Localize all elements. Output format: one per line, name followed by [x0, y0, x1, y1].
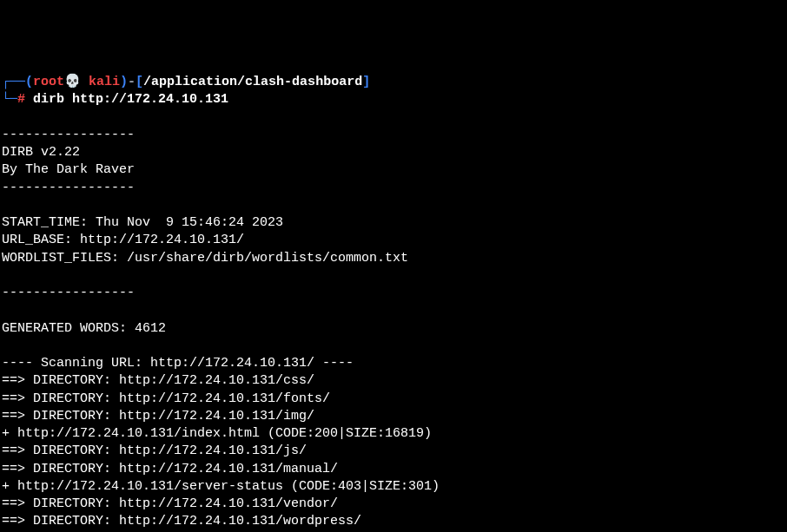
output-wordlist: WORDLIST_FILES: /usr/share/dirb/wordlist… [2, 251, 408, 266]
output-dir-img: ==> DIRECTORY: http://172.24.10.131/img/ [2, 409, 690, 424]
prompt-hash: # [17, 92, 25, 107]
output-url-base: URL_BASE: http://172.24.10.131/ [2, 233, 244, 247]
prompt-path: /application/clash-dashboard [143, 75, 362, 89]
skull-icon: 💀 [64, 75, 81, 89]
terminal-output: ----------------- DIRB v2.22 By The Dark… [2, 128, 690, 529]
prompt-host: kali [81, 75, 120, 89]
output-dir-manual: ==> DIRECTORY: http://172.24.10.131/manu… [2, 462, 690, 476]
prompt-bracket-close: ] [362, 75, 370, 89]
prompt-user: root [33, 75, 64, 89]
output-start-time: START_TIME: Thu Nov 9 15:46:24 2023 [2, 215, 283, 230]
command-text: dirb http://172.24.10.131 [25, 92, 228, 107]
output-sep3: ----------------- [2, 286, 135, 300]
prompt-dash: - [128, 75, 136, 89]
output-banner1: DIRB v2.22 [2, 145, 111, 160]
prompt-line2-prefix: └─ [2, 92, 17, 107]
output-server-status: + http://172.24.10.131/server-status (CO… [2, 479, 690, 494]
output-dir-js: ==> DIRECTORY: http://172.24.10.131/js/ [2, 443, 690, 458]
output-dir-fonts: ==> DIRECTORY: http://172.24.10.131/font… [2, 391, 690, 406]
output-sep1: ----------------- [2, 128, 135, 142]
prompt-close-paren: ) [120, 75, 128, 89]
output-scanning: ---- Scanning URL: http://172.24.10.131/… [2, 356, 354, 371]
output-banner2: By The Dark Raver [2, 162, 135, 177]
prompt-corner: ┌──( [2, 75, 33, 89]
output-generated: GENERATED WORDS: 4612 [2, 321, 619, 336]
output-index: + http://172.24.10.131/index.html (CODE:… [2, 426, 690, 441]
output-dir-wordpress: ==> DIRECTORY: http://172.24.10.131/word… [2, 514, 690, 529]
output-sep2: ----------------- [2, 181, 135, 195]
terminal[interactable]: ┌──(root💀 kali)-[/application/clash-dash… [2, 74, 785, 531]
prompt-line-1: ┌──(root💀 kali)-[/application/clash-dash… [2, 74, 785, 91]
prompt-bracket-open: [ [136, 75, 143, 89]
output-dir-vendor: ==> DIRECTORY: http://172.24.10.131/vend… [2, 496, 690, 511]
prompt-line-2: └─# dirb http://172.24.10.131 [2, 91, 785, 108]
output-dir-css: ==> DIRECTORY: http://172.24.10.131/css/ [2, 373, 690, 388]
